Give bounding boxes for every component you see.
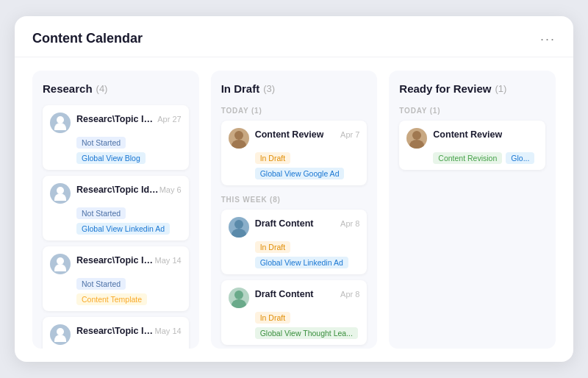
- avatar: [229, 128, 249, 149]
- svg-point-4: [234, 290, 243, 299]
- svg-point-2: [234, 220, 243, 229]
- card-left: Researc\Topic Identifica...: [50, 254, 155, 274]
- card-top: Researc\Topic Identifica...May 14: [50, 254, 182, 274]
- card-name: Content Review: [433, 128, 502, 140]
- column-title: Ready for Review: [399, 82, 491, 95]
- section-label: TODAY (1): [399, 107, 545, 115]
- board: Research (4)Researc\Topic Identificat...…: [15, 57, 573, 362]
- card-top: Researc\Topic Identifica...May 14: [50, 324, 182, 345]
- tag: Global View Blog: [76, 152, 146, 164]
- tag: Global View Linkedin Ad: [255, 257, 348, 268]
- card-top: Content Review: [406, 128, 538, 149]
- card-left: Content Review: [229, 128, 340, 149]
- column-ready-for-review: Ready for Review (1)TODAY (1) Content Re…: [389, 71, 556, 349]
- avatar: [50, 183, 71, 204]
- svg-point-1: [232, 140, 246, 149]
- tag: Content Revision: [433, 152, 502, 164]
- card-tags: Content RevisionGlo...: [406, 152, 538, 164]
- tag: Not Started: [76, 278, 126, 290]
- tag: Not Started: [76, 207, 126, 219]
- card-tags: Not StartedContent Template: [50, 278, 182, 305]
- tag: In Draft: [255, 152, 290, 164]
- card[interactable]: Draft ContentApr 8In DraftGlobal View Th…: [221, 280, 368, 345]
- card-date: May 14: [155, 324, 182, 335]
- app-title: Content Calendar: [32, 31, 143, 46]
- svg-point-0: [234, 131, 243, 140]
- card[interactable]: Content ReviewContent RevisionGlo...: [399, 121, 545, 170]
- card-top: Researc\Topic Identificat...Apr 27: [50, 113, 182, 133]
- section-group: Researc\Topic Identificat...Apr 27Not St…: [43, 105, 189, 349]
- svg-point-7: [409, 140, 424, 149]
- tag: In Draft: [255, 241, 290, 253]
- card-name: Researc\Topic Identifica...: [76, 254, 155, 265]
- card-date: Apr 7: [340, 128, 359, 139]
- svg-point-5: [232, 299, 246, 308]
- column-title: Research: [43, 82, 93, 95]
- column-in-draft: In Draft (3)TODAY (1) Content ReviewApr …: [211, 71, 378, 349]
- avatar: [50, 113, 71, 133]
- card-left: Draft Content: [229, 288, 340, 308]
- card-tags: Not StartedGlobal View Blog: [50, 137, 182, 164]
- card-name: Draft Content: [255, 217, 314, 229]
- card-left: Content Review: [406, 128, 538, 149]
- card[interactable]: Content ReviewApr 7In DraftGlobal View G…: [221, 121, 368, 185]
- tag: Glo...: [506, 152, 534, 164]
- card-tags: In DraftGlobal View Thought Lea...: [229, 312, 360, 339]
- card-left: Researc\Topic Identifica...: [50, 324, 155, 345]
- section-label: TODAY (1): [221, 107, 368, 115]
- column-research: Research (4)Researc\Topic Identificat...…: [32, 71, 199, 349]
- card-top: Draft ContentApr 8: [229, 288, 360, 308]
- card-name: Content Review: [255, 128, 324, 140]
- app-header: Content Calendar ···: [15, 16, 573, 57]
- section-group: THIS WEEK (8) Draft ContentApr 8In Draft…: [221, 194, 368, 349]
- column-title: In Draft: [221, 82, 260, 95]
- card-tags: Not StartedGlobal View Linkedin Ad: [50, 207, 182, 235]
- tag: Global View Linkedin Ad: [76, 223, 170, 235]
- card-date: Apr 27: [157, 113, 181, 124]
- card-left: Researc\Topic Identificat...: [50, 113, 157, 133]
- svg-point-6: [412, 131, 421, 140]
- avatar: [229, 288, 249, 308]
- card-name: Researc\Topic Identificat...: [76, 183, 159, 195]
- card[interactable]: Draft ContentApr 8In DraftGlobal View Li…: [221, 210, 368, 274]
- section-label: THIS WEEK (8): [221, 196, 368, 204]
- tag: Global View Google Ad: [255, 168, 345, 179]
- card[interactable]: Researc\Topic Identificat...May 6Not Sta…: [43, 176, 189, 240]
- card-date: May 6: [159, 183, 182, 194]
- card-name: Researc\Topic Identifica...: [76, 324, 155, 336]
- tag: Global View Thought Lea...: [255, 327, 358, 339]
- card[interactable]: Researc\Topic Identifica...May 14Not Sta…: [43, 246, 189, 311]
- column-count: (4): [96, 83, 108, 94]
- tag: Not Started: [76, 137, 126, 149]
- card-tags: In DraftGlobal View Linkedin Ad: [229, 241, 360, 268]
- avatar: [50, 254, 71, 274]
- column-count: (1): [495, 83, 506, 94]
- card-left: Draft Content: [229, 217, 340, 238]
- column-header: In Draft (3): [221, 82, 368, 95]
- card[interactable]: Researc\Topic Identificat...Apr 27Not St…: [43, 105, 189, 170]
- section-group: TODAY (1) Content ReviewContent Revision…: [399, 105, 545, 176]
- card[interactable]: Researc\Topic Identifica...May 14Not Sta…: [43, 317, 189, 349]
- more-button[interactable]: ···: [540, 32, 556, 46]
- section-group: TODAY (1) Content ReviewApr 7In DraftGlo…: [221, 105, 368, 191]
- card-left: Researc\Topic Identificat...: [50, 183, 159, 204]
- tag: In Draft: [255, 312, 290, 324]
- svg-point-3: [232, 229, 246, 238]
- card-name: Researc\Topic Identificat...: [76, 113, 157, 124]
- column-header: Research (4): [43, 82, 189, 95]
- column-count: (3): [263, 83, 275, 94]
- avatar: [406, 128, 427, 149]
- avatar: [50, 324, 71, 345]
- card-top: Content ReviewApr 7: [229, 128, 360, 149]
- card-top: Researc\Topic Identificat...May 6: [50, 183, 182, 204]
- avatar: [229, 217, 249, 238]
- column-header: Ready for Review (1): [399, 82, 545, 95]
- app-card: Content Calendar ··· Research (4)Researc…: [15, 16, 573, 362]
- card-name: Draft Content: [255, 288, 314, 299]
- tag: Content Template: [76, 293, 147, 305]
- card-top: Draft ContentApr 8: [229, 217, 360, 238]
- card-tags: In DraftGlobal View Google Ad: [229, 152, 360, 179]
- card-date: Apr 8: [340, 288, 359, 299]
- card-date: Apr 8: [340, 217, 359, 228]
- card-date: May 14: [155, 254, 182, 265]
